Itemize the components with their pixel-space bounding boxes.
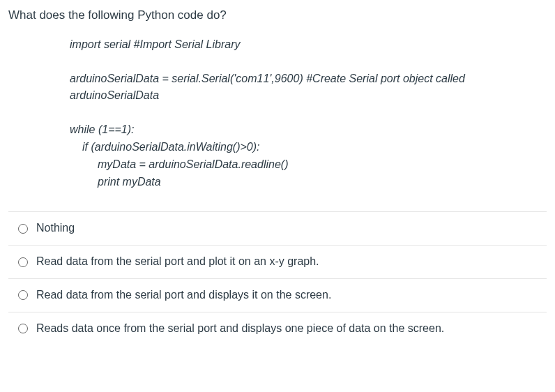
code-line-4: while (1==1): (70, 121, 547, 139)
options-list: Nothing Read data from the serial port a… (8, 211, 547, 345)
radio-icon (18, 324, 28, 333)
option-1[interactable]: Read data from the serial port and plot … (8, 246, 547, 279)
radio-icon (18, 290, 28, 300)
option-label: Nothing (36, 221, 75, 236)
code-block: import serial #Import Serial Library ard… (70, 36, 547, 191)
option-3[interactable]: Reads data once from the serial port and… (8, 312, 547, 345)
code-line-2: arduinoSerialData = serial.Serial('com11… (70, 70, 547, 88)
radio-icon (18, 224, 28, 234)
option-label: Read data from the serial port and plot … (36, 255, 319, 269)
code-line-1: import serial #Import Serial Library (70, 36, 547, 54)
code-line-3: arduinoSerialData (70, 87, 547, 105)
radio-icon (18, 257, 28, 267)
code-line-5: if (arduinoSerialData.inWaiting()>0): (70, 139, 547, 156)
question-title: What does the following Python code do? (8, 7, 547, 24)
code-line-6: myData = arduinoSerialData.readline() (70, 156, 547, 174)
option-2[interactable]: Read data from the serial port and displ… (8, 279, 547, 312)
option-label: Read data from the serial port and displ… (36, 288, 331, 303)
option-label: Reads data once from the serial port and… (36, 322, 444, 336)
code-line-7: print myData (70, 174, 547, 191)
option-0[interactable]: Nothing (8, 212, 547, 246)
